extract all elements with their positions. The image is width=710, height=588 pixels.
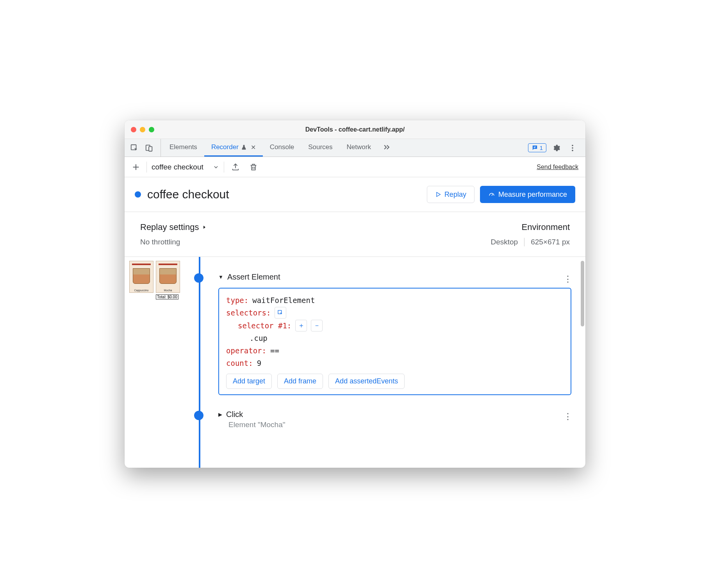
screenshot-thumb[interactable]: Cappuccino: [129, 261, 153, 293]
svg-rect-2: [149, 146, 152, 151]
recording-header: coffee checkout Replay Measure performan…: [125, 177, 585, 212]
kebab-menu-icon[interactable]: [566, 141, 579, 155]
button-label: Measure performance: [498, 191, 567, 199]
screenshot-thumb[interactable]: Mocha: [156, 261, 180, 293]
tab-label: Recorder: [211, 143, 239, 151]
prop-key: count: [226, 359, 248, 367]
recorder-toolbar: coffee checkout Send feedback: [125, 157, 585, 177]
environment-dimensions: 625×671 px: [531, 238, 570, 246]
divider: [524, 238, 524, 246]
recording-select[interactable]: coffee checkout: [152, 163, 219, 171]
divider: [146, 162, 147, 173]
svg-rect-3: [533, 147, 536, 147]
add-target-button[interactable]: Add target: [226, 374, 272, 389]
selector-value[interactable]: .cup: [250, 332, 268, 344]
button-label: Replay: [444, 191, 466, 199]
tab-label: Elements: [169, 143, 197, 151]
screenshot-thumbnails: Cappuccino Mocha Total: $0.00: [125, 257, 187, 468]
steps-column: ▼ Assert Element ⋮ type: waitForElement …: [187, 257, 585, 468]
step-kebab-menu[interactable]: ⋮: [562, 273, 574, 286]
tab-network[interactable]: Network: [340, 139, 378, 157]
svg-rect-4: [533, 148, 535, 148]
play-icon: [435, 191, 441, 198]
svg-point-6: [572, 147, 573, 149]
settings-gear-icon[interactable]: [549, 141, 563, 155]
replay-settings-toggle[interactable]: Replay settings: [140, 222, 491, 232]
inspect-element-icon[interactable]: [128, 141, 141, 155]
step-click: ▶ Click Element "Mocha" ⋮: [218, 410, 571, 429]
pick-selector-icon[interactable]: [275, 307, 286, 319]
issues-icon: [532, 144, 538, 151]
environment-device: Desktop: [491, 238, 518, 246]
add-selector-icon[interactable]: ＋: [295, 320, 307, 331]
tab-console[interactable]: Console: [263, 139, 301, 157]
tab-recorder[interactable]: Recorder ✕: [204, 139, 263, 157]
tab-sources[interactable]: Sources: [301, 139, 339, 157]
prop-key: selectors: [226, 308, 266, 317]
step-dot: [194, 411, 203, 420]
svg-point-5: [572, 144, 573, 146]
scrollbar-thumb[interactable]: [581, 261, 584, 326]
tab-label: Network: [347, 143, 371, 151]
measure-performance-button[interactable]: Measure performance: [480, 186, 575, 203]
chevron-down-icon: [213, 164, 219, 170]
step-title: Click: [226, 410, 243, 419]
add-asserted-events-button[interactable]: Add assertedEvents: [328, 374, 405, 389]
recording-status-dot: [135, 191, 141, 198]
svg-point-7: [572, 150, 573, 151]
replay-button[interactable]: Replay: [427, 186, 475, 203]
more-tabs-icon[interactable]: [378, 139, 395, 157]
prop-value[interactable]: 9: [257, 357, 261, 369]
replay-settings-label: Replay settings: [140, 222, 199, 232]
add-frame-button[interactable]: Add frame: [277, 374, 323, 389]
flask-icon: [241, 144, 247, 150]
throttling-value: No throttling: [140, 238, 491, 246]
recording-title: coffee checkout: [147, 188, 229, 201]
timeline-area: Cappuccino Mocha Total: $0.00 ▼ Assert E…: [125, 257, 585, 468]
step-title: Assert Element: [227, 273, 280, 282]
device-toolbar-icon[interactable]: [143, 141, 156, 155]
devtools-window: DevTools - coffee-cart.netlify.app/ Elem…: [125, 120, 585, 468]
prop-key: type: [226, 296, 244, 305]
export-icon[interactable]: [229, 160, 242, 174]
chevron-right-icon: ▶: [218, 412, 222, 417]
environment-label: Environment: [491, 222, 570, 232]
replay-settings-row: Replay settings No throttling Environmen…: [125, 212, 585, 257]
send-feedback-link[interactable]: Send feedback: [537, 164, 580, 171]
step-subtitle: Element "Mocha": [228, 421, 571, 429]
prop-key: selector #1: [238, 321, 287, 330]
divider: [224, 162, 224, 173]
step-kebab-menu[interactable]: ⋮: [562, 410, 574, 423]
gauge-icon: [488, 191, 495, 198]
issues-badge[interactable]: 1: [528, 143, 546, 152]
total-label: Total: $0.00: [156, 294, 178, 299]
prop-value[interactable]: ==: [270, 344, 279, 357]
devtools-tabbar: Elements Recorder ✕ Console Sources Netw…: [125, 139, 585, 157]
recording-name: coffee checkout: [152, 163, 203, 171]
prop-value[interactable]: waitForElement: [252, 294, 315, 306]
tab-label: Console: [270, 143, 294, 151]
new-recording-button[interactable]: [130, 160, 142, 174]
step-header[interactable]: ▼ Assert Element: [218, 273, 571, 282]
step-header[interactable]: ▶ Click: [218, 410, 571, 419]
close-tab-icon[interactable]: ✕: [251, 144, 256, 151]
window-title: DevTools - coffee-cart.netlify.app/: [125, 126, 585, 133]
prop-key: operator: [226, 346, 262, 355]
tab-elements[interactable]: Elements: [162, 139, 204, 157]
tab-label: Sources: [308, 143, 332, 151]
chevron-down-icon: ▼: [218, 274, 223, 280]
step-assert-element: ▼ Assert Element ⋮ type: waitForElement …: [218, 273, 571, 395]
step-dot: [194, 273, 203, 283]
titlebar: DevTools - coffee-cart.netlify.app/: [125, 120, 585, 139]
step-details-card: type: waitForElement selectors: selector…: [218, 288, 571, 395]
chevron-right-icon: [202, 225, 207, 230]
delete-icon[interactable]: [247, 160, 260, 174]
issues-count: 1: [540, 144, 543, 151]
remove-selector-icon[interactable]: －: [311, 320, 323, 331]
timeline-rail: [199, 257, 200, 468]
